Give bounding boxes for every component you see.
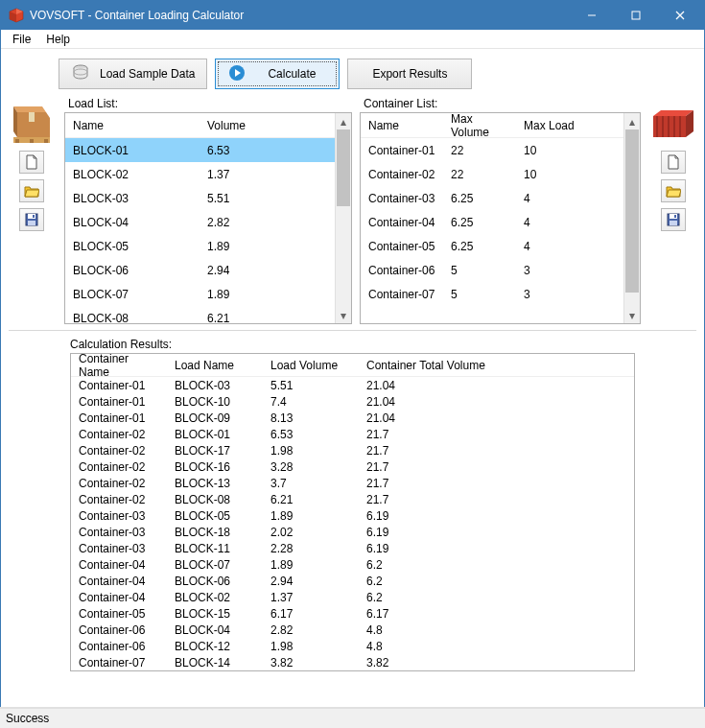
table-row[interactable]: BLOCK-062.94 <box>65 258 335 282</box>
open-container-button[interactable] <box>661 179 686 202</box>
table-row[interactable]: Container-04BLOCK-071.896.2 <box>71 556 634 573</box>
save-load-button[interactable] <box>19 208 44 231</box>
table-row[interactable]: BLOCK-021.37 <box>65 162 335 186</box>
cell-volume: 2.94 <box>200 262 237 279</box>
scroll-up-icon[interactable]: ▴ <box>624 113 640 129</box>
scroll-down-icon[interactable]: ▾ <box>336 307 351 323</box>
col-lv[interactable]: Load Volume <box>263 355 359 376</box>
cell-ln: BLOCK-06 <box>167 573 263 590</box>
table-row[interactable]: Container-05BLOCK-156.176.17 <box>71 605 634 622</box>
table-row[interactable]: BLOCK-016.53 <box>65 138 335 162</box>
cell-ln: BLOCK-14 <box>167 654 263 671</box>
cell-name: BLOCK-01 <box>65 142 200 159</box>
svg-rect-14 <box>44 139 48 143</box>
scroll-down-icon[interactable]: ▾ <box>624 307 640 323</box>
cell-maxl: 4 <box>516 214 538 231</box>
table-row[interactable]: Container-01BLOCK-107.421.04 <box>71 393 634 410</box>
results-table[interactable]: Container-01BLOCK-035.5121.04Container-0… <box>71 377 634 670</box>
calculate-button[interactable]: Calculate <box>215 59 340 89</box>
table-row[interactable]: Container-03BLOCK-182.026.19 <box>71 524 634 540</box>
cell-maxl: 10 <box>516 142 544 159</box>
new-load-button[interactable] <box>19 151 44 174</box>
cell-cn: Container-01 <box>71 410 167 427</box>
svg-rect-12 <box>15 139 19 143</box>
table-row[interactable]: Container-03BLOCK-112.286.19 <box>71 540 634 556</box>
table-row[interactable]: Container-056.254 <box>361 234 623 258</box>
title-bar: VOVSOFT - Container Loading Calculator <box>1 1 704 30</box>
table-row[interactable]: Container-02BLOCK-133.721.7 <box>71 475 634 491</box>
minimize-button[interactable] <box>570 1 614 30</box>
table-row[interactable]: BLOCK-086.21 <box>65 306 335 323</box>
load-sample-button[interactable]: Load Sample Data <box>59 59 207 89</box>
col-ln[interactable]: Load Name <box>167 355 263 376</box>
container-list-side-toolbar <box>648 97 698 324</box>
cell-ln: BLOCK-15 <box>167 605 263 622</box>
col-name[interactable]: Name <box>361 115 443 136</box>
scrollbar[interactable]: ▴ ▾ <box>335 113 351 323</box>
table-row[interactable]: Container-046.254 <box>361 210 623 234</box>
svg-rect-4 <box>632 12 640 19</box>
cell-lv: 3.82 <box>263 654 359 671</box>
table-row[interactable]: Container-02BLOCK-016.5321.7 <box>71 426 634 442</box>
table-row[interactable]: Container-01BLOCK-098.1321.04 <box>71 410 634 426</box>
load-list-table[interactable]: Name Volume BLOCK-016.53BLOCK-021.37BLOC… <box>65 113 335 323</box>
col-maxv[interactable]: Max Volume <box>443 113 516 143</box>
cell-cn: Container-03 <box>71 524 167 541</box>
export-results-button[interactable]: Export Results <box>347 59 472 89</box>
menu-file[interactable]: File <box>5 31 38 48</box>
table-row[interactable]: BLOCK-035.51 <box>65 186 335 210</box>
scrollbar[interactable]: ▴ ▾ <box>623 113 640 323</box>
new-container-button[interactable] <box>661 151 686 174</box>
table-row[interactable]: Container-06BLOCK-042.824.8 <box>71 622 634 638</box>
cell-lv: 2.94 <box>263 573 359 590</box>
cell-volume: 1.89 <box>200 238 237 255</box>
table-row[interactable]: Container-0753 <box>361 282 623 306</box>
table-row[interactable]: Container-036.254 <box>361 186 623 210</box>
maximize-button[interactable] <box>614 1 658 30</box>
scroll-up-icon[interactable]: ▴ <box>336 113 351 129</box>
cell-ln: BLOCK-02 <box>167 589 263 606</box>
cell-lv: 8.13 <box>263 410 359 427</box>
scroll-thumb[interactable] <box>337 129 350 206</box>
save-container-button[interactable] <box>661 208 686 231</box>
container-list-table[interactable]: Name Max Volume Max Load Container-01221… <box>361 113 623 323</box>
scroll-thumb[interactable] <box>625 129 639 293</box>
table-row[interactable]: Container-07BLOCK-143.823.82 <box>71 654 634 670</box>
cell-name: BLOCK-06 <box>65 262 200 279</box>
table-row[interactable]: BLOCK-051.89 <box>65 234 335 258</box>
cell-maxl: 3 <box>516 262 538 279</box>
cell-ctv: 6.19 <box>359 507 396 525</box>
cell-ln: BLOCK-11 <box>167 540 263 557</box>
table-row[interactable]: BLOCK-042.82 <box>65 210 335 234</box>
table-row[interactable]: Container-02BLOCK-086.2121.7 <box>71 491 634 507</box>
table-row[interactable]: Container-022210 <box>361 162 623 186</box>
cell-maxv: 6.25 <box>443 238 516 255</box>
table-row[interactable]: BLOCK-071.89 <box>65 282 335 306</box>
col-maxl[interactable]: Max Load <box>516 115 582 136</box>
svg-rect-34 <box>674 215 676 218</box>
cell-ln: BLOCK-12 <box>167 638 263 655</box>
open-load-button[interactable] <box>19 179 44 202</box>
table-row[interactable]: Container-03BLOCK-051.896.19 <box>71 507 634 524</box>
col-name[interactable]: Name <box>65 115 200 136</box>
cell-cn: Container-04 <box>71 573 167 590</box>
close-button[interactable] <box>658 1 702 30</box>
cell-name: Container-03 <box>361 190 443 207</box>
cell-lv: 6.53 <box>263 426 359 443</box>
cell-cn: Container-02 <box>71 491 167 508</box>
table-row[interactable]: Container-01BLOCK-035.5121.04 <box>71 377 634 393</box>
table-row[interactable]: Container-0653 <box>361 258 623 282</box>
cell-ctv: 21.04 <box>359 410 403 427</box>
table-row[interactable]: Container-04BLOCK-062.946.2 <box>71 573 634 589</box>
table-row[interactable]: Container-02BLOCK-171.9821.7 <box>71 442 634 458</box>
col-ctv[interactable]: Container Total Volume <box>359 355 493 376</box>
cell-lv: 2.02 <box>263 524 359 541</box>
table-row[interactable]: Container-02BLOCK-163.2821.7 <box>71 458 634 475</box>
menu-help[interactable]: Help <box>38 31 78 48</box>
table-row[interactable]: Container-04BLOCK-021.376.2 <box>71 589 634 605</box>
cell-ctv: 6.2 <box>359 589 390 606</box>
col-volume[interactable]: Volume <box>200 115 253 136</box>
table-row[interactable]: Container-06BLOCK-121.984.8 <box>71 638 634 654</box>
table-row[interactable]: Container-012210 <box>361 138 623 162</box>
svg-rect-22 <box>33 215 35 218</box>
